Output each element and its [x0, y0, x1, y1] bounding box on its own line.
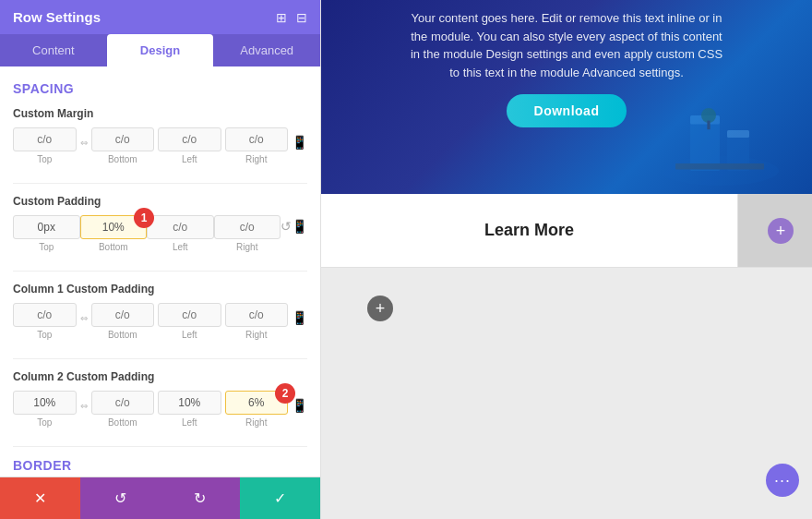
tab-advanced[interactable]: Advanced: [213, 34, 320, 66]
margin-bottom-input[interactable]: [91, 127, 155, 151]
spacing-section-title: Spacing: [13, 81, 307, 96]
margin-bottom-label: Bottom: [108, 154, 137, 164]
preview-middle-row: Learn More ↓ +: [321, 194, 812, 268]
tabs-row: Content Design Advanced: [0, 34, 320, 66]
padding-left-input[interactable]: [147, 215, 214, 239]
margin-sync-icon[interactable]: ⇔: [80, 138, 88, 148]
col1-padding-bottom-label: Bottom: [108, 330, 137, 340]
margin-top-label: Top: [37, 154, 52, 164]
panel-footer: ✕ ↺ ↻ ✓: [0, 477, 320, 519]
panel-body: Spacing Custom Margin Top ⇔ Bottom Left: [0, 66, 320, 477]
margin-right-label: Right: [245, 154, 267, 164]
learn-more-text: Learn More: [484, 221, 574, 240]
col2-padding-left-input[interactable]: [158, 391, 221, 415]
expand-icon[interactable]: ⊞: [276, 10, 287, 25]
col1-device-icon[interactable]: 📱: [292, 310, 307, 325]
plus-button-bottom[interactable]: +: [367, 296, 393, 321]
custom-padding-group: Custom Padding Top 1 Bottom Left Rig: [13, 195, 307, 252]
tab-content[interactable]: Content: [0, 34, 107, 66]
col2-padding-group: Column 2 Custom Padding Top ⇔ Bottom Lef…: [13, 370, 307, 428]
margin-device-icon[interactable]: 📱: [292, 135, 307, 150]
col2-padding-bottom: Bottom: [91, 391, 155, 428]
padding-right: Right: [214, 215, 281, 252]
custom-padding-row: Top 1 Bottom Left Right ↺ 📱: [13, 215, 307, 252]
dots-menu-button[interactable]: ···: [766, 464, 799, 497]
col2-padding-row: Top ⇔ Bottom Left 2 Right 📱: [13, 391, 307, 428]
col1-padding-top-input[interactable]: [13, 303, 77, 327]
tab-design[interactable]: Design: [107, 34, 214, 66]
col1-padding-label: Column 1 Custom Padding: [13, 283, 307, 296]
col2-padding-top-label: Top: [37, 417, 52, 428]
margin-left-input[interactable]: [158, 127, 221, 151]
preview-hero: Your content goes here. Edit or remove t…: [321, 0, 812, 194]
isometric-illustration: [646, 74, 794, 194]
col2-sync-icon[interactable]: ⇔: [80, 401, 88, 411]
padding-right-label: Right: [236, 242, 257, 252]
svg-rect-7: [675, 163, 764, 169]
svg-rect-6: [707, 121, 710, 130]
col1-padding-bottom-input[interactable]: [91, 303, 155, 327]
cancel-button[interactable]: ✕: [0, 477, 80, 519]
border-section-title: Border: [13, 458, 307, 473]
padding-top-label: Top: [39, 242, 54, 252]
col2-padding-top-input[interactable]: [13, 391, 77, 415]
col2-padding-top: Top: [13, 391, 77, 428]
padding-bottom-label: Bottom: [99, 242, 128, 252]
right-panel: Your content goes here. Edit or remove t…: [321, 0, 812, 519]
redo-button[interactable]: ↻: [161, 477, 241, 519]
svg-rect-1: [690, 119, 720, 171]
col1-padding-left-input[interactable]: [158, 303, 221, 327]
col1-padding-row: Top ⇔ Bottom Left Right 📱: [13, 303, 307, 340]
padding-left-label: Left: [173, 242, 188, 252]
margin-top-input[interactable]: [13, 127, 77, 151]
left-panel: Row Settings ⊞ ⊟ Content Design Advanced…: [0, 0, 321, 519]
col2-padding-label: Column 2 Custom Padding: [13, 370, 307, 383]
margin-top: Top: [13, 127, 77, 164]
custom-margin-group: Custom Margin Top ⇔ Bottom Left Right: [13, 107, 307, 164]
panel-title: Row Settings: [13, 9, 101, 25]
preview-middle: Learn More ↓: [321, 194, 812, 268]
padding-reset-icon[interactable]: ↺: [281, 219, 292, 234]
col2-padding-right: 2 Right: [225, 391, 289, 428]
margin-bottom: Bottom: [91, 127, 155, 164]
col1-padding-left-label: Left: [182, 330, 197, 340]
col2-padding-left: Left: [158, 391, 221, 428]
learn-more-cell: Learn More: [321, 194, 738, 267]
custom-padding-label: Custom Padding: [13, 195, 307, 208]
badge-2: 2: [275, 383, 295, 404]
margin-left: Left: [158, 127, 221, 164]
col1-padding-right-label: Right: [245, 330, 267, 340]
padding-device-icon[interactable]: 📱: [292, 219, 307, 234]
svg-rect-4: [727, 130, 749, 138]
custom-margin-row: Top ⇔ Bottom Left Right 📱: [13, 127, 307, 164]
col2-padding-bottom-input[interactable]: [91, 391, 155, 415]
col2-padding-bottom-label: Bottom: [108, 417, 137, 428]
col1-sync-icon[interactable]: ⇔: [80, 313, 88, 323]
padding-top-input[interactable]: [13, 215, 80, 239]
col2-device-icon[interactable]: 📱: [292, 398, 307, 413]
download-button[interactable]: Download: [507, 94, 627, 127]
plus-button-top[interactable]: +: [768, 218, 794, 244]
margin-left-label: Left: [182, 154, 197, 164]
panel-header-icons: ⊞ ⊟: [276, 10, 307, 25]
preview-hero-text: Your content goes here. Edit or remove t…: [405, 9, 728, 81]
margin-right: Right: [225, 127, 289, 164]
col1-padding-left: Left: [158, 303, 221, 340]
margin-right-input[interactable]: [225, 127, 289, 151]
undo-button[interactable]: ↺: [80, 477, 161, 519]
col1-padding-top-label: Top: [37, 330, 52, 340]
col1-padding-right-input[interactable]: [225, 303, 289, 327]
col1-padding-right: Right: [225, 303, 289, 340]
padding-right-input[interactable]: [214, 215, 281, 239]
custom-margin-label: Custom Margin: [13, 107, 307, 120]
padding-top: Top: [13, 215, 80, 252]
save-button[interactable]: ✓: [240, 477, 320, 519]
panel-header: Row Settings ⊞ ⊟: [0, 0, 320, 34]
col1-padding-top: Top: [13, 303, 77, 340]
collapse-icon[interactable]: ⊟: [296, 10, 307, 25]
col2-padding-left-label: Left: [182, 417, 197, 428]
col1-padding-group: Column 1 Custom Padding Top ⇔ Bottom Lef…: [13, 283, 307, 340]
col2-padding-right-label: Right: [245, 417, 267, 428]
col1-padding-bottom: Bottom: [91, 303, 155, 340]
badge-1: 1: [134, 208, 154, 228]
